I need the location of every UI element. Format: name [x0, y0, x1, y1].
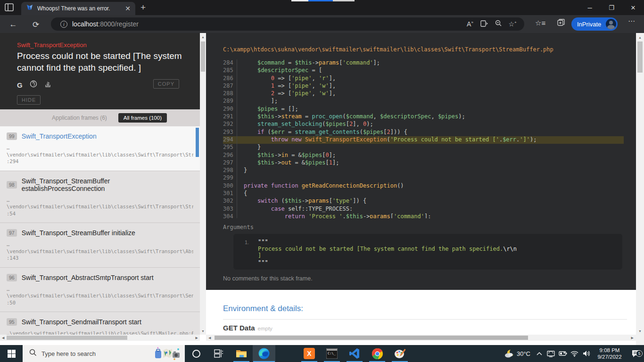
exception-message: Process could not be started [The system…: [17, 50, 185, 74]
notification-count-badge: 5: [636, 350, 643, 357]
site-info-icon[interactable]: i: [60, 21, 67, 28]
scrollbar-thumb[interactable]: [215, 336, 528, 340]
frame-number-badge: 97: [7, 229, 17, 237]
stack-frame-95[interactable]: 95Swift_Transport_SendmailTransport star…: [0, 312, 200, 335]
window-restore-button[interactable]: ❐: [601, 0, 622, 15]
windows-taskbar: Type here to search: [0, 345, 644, 362]
code-line-286: 286 0 => ['pipe', 'r'],: [223, 75, 624, 82]
left-panel-vertical-scrollbar[interactable]: ▲ ▼: [200, 33, 206, 335]
code-line-293: 293 if ($err = stream_get_contents($pipe…: [223, 129, 624, 136]
frame-file-path: …\vendor\swiftmailer\swiftmailer\lib\cla…: [7, 144, 193, 165]
source-file-path[interactable]: C:\xampp\htdocs\sukna\vendor\swiftmailer…: [223, 46, 553, 53]
frame-number-badge: 96: [7, 274, 17, 281]
url-text[interactable]: localhost:8000/register: [72, 20, 463, 28]
taskbar-search[interactable]: Type here to search: [23, 345, 185, 362]
window-minimize-button[interactable]: ─: [579, 0, 601, 15]
scrollbar-thumb[interactable]: [637, 41, 643, 73]
scroll-up-icon[interactable]: ▲: [201, 35, 205, 39]
immersive-reader-icon[interactable]: [477, 20, 491, 28]
task-view-button[interactable]: [207, 345, 230, 362]
google-search-icon[interactable]: G: [17, 81, 23, 89]
stackoverflow-search-icon[interactable]: [44, 80, 52, 90]
command-prompt-taskbar-button[interactable]: C:\_: [321, 345, 343, 362]
frames-list: 99Swift_TransportException…\vendor\swift…: [0, 126, 200, 335]
svg-text:C:\_: C:\_: [328, 352, 336, 355]
scroll-down-icon[interactable]: ▼: [201, 329, 205, 333]
vscode-taskbar-button[interactable]: [343, 345, 366, 362]
chrome-taskbar-button[interactable]: [366, 345, 388, 362]
settings-menu-icon[interactable]: ⋯: [628, 17, 635, 25]
tray-expand-icon[interactable]: [533, 352, 545, 355]
frame-file-path: …\vendor\swiftmailer\swiftmailer\lib\cla…: [7, 197, 193, 217]
scroll-right-icon[interactable]: ▶: [631, 336, 634, 340]
wireless-display-icon[interactable]: [545, 350, 557, 357]
notification-center-icon[interactable]: 5: [627, 350, 644, 358]
code-lines: 284 $command = $this->params['command'];…: [223, 59, 624, 218]
tab-close-icon[interactable]: ✕: [125, 5, 131, 12]
paint3d-taskbar-button[interactable]: [388, 345, 411, 362]
svg-text:X: X: [307, 350, 312, 357]
cortana-button[interactable]: [185, 345, 207, 362]
collections-icon[interactable]: [557, 19, 565, 28]
exception-class: Swift_TransportException: [17, 41, 87, 49]
favorites-bar-icon[interactable]: ☆≡: [535, 19, 545, 27]
new-tab-button[interactable]: +: [140, 2, 146, 13]
get-data-empty: empty: [258, 326, 272, 331]
volume-icon[interactable]: [580, 350, 592, 357]
hide-button[interactable]: HIDE: [17, 95, 41, 105]
refresh-icon[interactable]: ⟳: [30, 18, 42, 31]
stack-frame-96[interactable]: 96Swift_Transport_AbstractSmtpTransport …: [0, 268, 200, 313]
scroll-down-icon[interactable]: ▼: [638, 329, 642, 333]
scroll-left-icon[interactable]: ◀: [2, 336, 4, 340]
code-line-284: 284 $command = $this->params['command'];: [223, 59, 624, 67]
back-icon[interactable]: ←: [7, 18, 19, 31]
tab-favicon-whoops-icon: [26, 4, 33, 13]
argument-value: """ Process could not be started [The sy…: [258, 239, 517, 266]
read-aloud-icon[interactable]: A»: [463, 20, 477, 28]
duckduckgo-search-icon[interactable]: [30, 80, 37, 90]
inprivate-badge[interactable]: InPrivate: [571, 17, 618, 31]
no-comments-text: No comments for this stack frame.: [223, 275, 313, 282]
xampp-taskbar-button[interactable]: X: [298, 345, 321, 362]
scrollbar-thumb[interactable]: [7, 336, 127, 340]
tab-all-frames[interactable]: All frames (100): [118, 113, 167, 123]
scroll-up-icon[interactable]: ▲: [638, 36, 642, 39]
stack-frame-98[interactable]: 98Swift_Transport_StreamBuffer establish…: [0, 171, 200, 223]
page-horizontal-scrollbar[interactable]: ◀ ▶: [206, 335, 636, 341]
tab-application-frames[interactable]: Application frames (6): [52, 115, 107, 121]
zoom-out-icon[interactable]: [491, 20, 505, 28]
stack-frame-99[interactable]: 99Swift_TransportException…\vendor\swift…: [0, 126, 200, 171]
start-button[interactable]: [0, 345, 23, 362]
search-placeholder[interactable]: Type here to search: [41, 350, 154, 357]
page-vertical-scrollbar[interactable]: ▲ ▼: [636, 33, 644, 345]
address-bar[interactable]: i localhost:8000/register A» ☆+: [51, 17, 524, 31]
file-explorer-button[interactable]: [230, 345, 253, 362]
vertical-tabs-icon[interactable]: [5, 3, 14, 12]
frame-number-badge: 98: [7, 181, 17, 189]
code-line-303: 303 case self::TYPE_PROCESS:: [223, 206, 624, 213]
code-line-289: 289 ];: [223, 98, 624, 105]
scroll-left-icon[interactable]: ◀: [208, 336, 211, 340]
browser-tab[interactable]: Whoops! There was an error. ✕: [21, 2, 135, 15]
scrollbar-thumb[interactable]: [201, 41, 205, 72]
taskbar-clock[interactable]: 9:08 PM 9/27/2022: [594, 347, 625, 360]
scroll-right-icon[interactable]: ▶: [196, 336, 198, 340]
edge-taskbar-button[interactable]: [253, 345, 275, 362]
code-line-301: 301{: [223, 190, 624, 197]
frame-number-badge: 99: [7, 132, 17, 140]
copy-button[interactable]: COPY: [153, 79, 179, 89]
left-panel-horizontal-scrollbar[interactable]: ◀ ▶: [0, 335, 200, 341]
weather-temperature[interactable]: 30°C: [517, 350, 530, 357]
code-line-288: 288 2 => ['pipe', 'w'],: [223, 90, 624, 98]
wifi-icon[interactable]: [569, 351, 580, 357]
code-line-297: 297 $this->out = &$pipes[1];: [223, 159, 624, 167]
weather-icon[interactable]: [503, 348, 517, 359]
stack-frame-97[interactable]: 97Swift_Transport_StreamBuffer initializ…: [0, 223, 200, 268]
frame-file-path: …\vendor\swiftmailer\swiftmailer\lib\cla…: [7, 241, 193, 262]
exception-header: Swift_TransportException Process could n…: [0, 33, 200, 109]
add-favorite-icon[interactable]: ☆+: [505, 20, 520, 28]
code-line-294: 294 throw new Swift_TransportException('…: [223, 136, 624, 144]
battery-status-icon[interactable]: [557, 351, 569, 356]
window-close-button[interactable]: ✕: [622, 0, 644, 15]
search-icon: [29, 349, 37, 358]
